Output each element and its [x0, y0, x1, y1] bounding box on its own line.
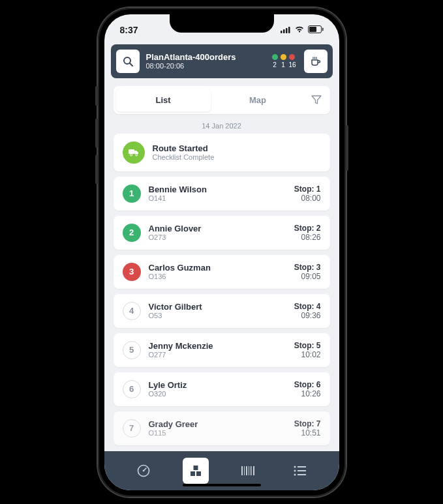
stop-time: 09:05: [294, 272, 321, 281]
stop-name: Jenny Mckenzie: [149, 341, 286, 351]
stop-badge: 4: [123, 302, 141, 320]
dot-red: [289, 54, 295, 60]
svg-rect-22: [253, 466, 254, 475]
svg-rect-18: [244, 466, 245, 475]
svg-point-11: [135, 153, 137, 155]
home-indicator[interactable]: [183, 484, 261, 486]
svg-point-10: [130, 153, 132, 155]
truck-badge: [123, 141, 145, 164]
svg-rect-3: [288, 27, 290, 33]
count-green: 2: [272, 61, 278, 68]
svg-rect-9: [129, 149, 134, 154]
stop-time: 08:00: [294, 194, 321, 203]
search-button[interactable]: [116, 50, 140, 73]
svg-point-23: [294, 466, 296, 467]
filter-icon: [311, 95, 322, 105]
stop-name: Carlos Guzman: [149, 263, 286, 273]
stop-code: O136: [149, 273, 286, 280]
route-status-title: Route Started: [153, 143, 321, 153]
stop-card[interactable]: 5 Jenny Mckenzie O277 Stop: 5 10:02: [114, 333, 330, 367]
gauge-icon: [136, 464, 151, 478]
nav-menu[interactable]: [287, 458, 313, 484]
view-tabs: List Map: [114, 86, 330, 114]
dot-yellow: [281, 54, 286, 60]
nav-dashboard[interactable]: [130, 458, 157, 484]
stop-badge: 5: [123, 341, 141, 359]
stop-number: Stop: 1: [294, 185, 321, 194]
svg-point-27: [294, 473, 296, 475]
stop-badge: 2: [123, 224, 141, 242]
plan-title[interactable]: PlanAtlanta-400orders 08:00-20:06: [146, 52, 266, 70]
svg-rect-6: [309, 27, 316, 32]
search-icon: [123, 56, 133, 67]
notch: [170, 14, 274, 33]
stop-code: O141: [149, 194, 286, 202]
stop-name: Grady Greer: [149, 419, 286, 429]
barcode-icon: [241, 466, 255, 476]
stop-badge: 7: [123, 419, 141, 437]
stops-list: Route Started Checklist Complete 1 Benni…: [104, 134, 339, 451]
stop-time: 10:02: [294, 350, 321, 359]
boxes-icon: [189, 464, 202, 477]
svg-rect-0: [281, 31, 283, 33]
date-label: 14 Jan 2022: [104, 122, 339, 130]
stop-badge: 3: [123, 263, 141, 281]
stop-time: 10:26: [294, 389, 321, 398]
route-status-card[interactable]: Route Started Checklist Complete: [114, 134, 330, 171]
svg-rect-15: [191, 471, 195, 476]
stop-name: Victor Gilbert: [149, 302, 286, 312]
count-red: 16: [289, 61, 295, 68]
stop-number: Stop: 7: [294, 419, 321, 428]
stop-card[interactable]: 7 Grady Greer O115 Stop: 7 10:51: [114, 411, 330, 445]
stop-time: 08:26: [294, 233, 321, 242]
svg-rect-17: [241, 466, 243, 475]
stop-name: Annie Glover: [149, 224, 286, 233]
svg-rect-5: [322, 27, 324, 31]
wifi-icon: [294, 25, 305, 35]
stop-time: 09:36: [294, 311, 321, 320]
plan-name: PlanAtlanta-400orders: [146, 52, 266, 62]
svg-point-25: [294, 469, 296, 471]
stop-number: Stop: 3: [294, 263, 321, 272]
svg-rect-2: [286, 28, 288, 33]
stop-badge: 6: [123, 380, 141, 398]
stop-code: O115: [149, 429, 286, 437]
clock: 8:37: [120, 25, 138, 35]
stop-card[interactable]: 2 Annie Glover O273 Stop: 2 08:26: [114, 216, 330, 250]
stop-time: 10:51: [294, 428, 321, 437]
svg-rect-14: [193, 466, 198, 470]
stop-card[interactable]: 1 Bennie Wilson O141 Stop: 1 08:00: [114, 177, 330, 211]
route-status-sub: Checklist Complete: [153, 153, 321, 161]
battery-icon: [308, 25, 324, 35]
status-summary[interactable]: 2 1 16: [272, 54, 295, 68]
stop-number: Stop: 5: [294, 341, 321, 350]
signal-icon: [281, 25, 291, 35]
stop-name: Lyle Ortiz: [149, 380, 286, 390]
stop-card[interactable]: 3 Carlos Guzman O136 Stop: 3 09:05: [114, 255, 330, 289]
svg-rect-24: [298, 466, 306, 467]
stop-card[interactable]: 4 Victor Gilbert O53 Stop: 4 09:36: [114, 294, 330, 328]
truck-icon: [128, 148, 140, 157]
tab-map[interactable]: Map: [211, 89, 305, 111]
stop-code: O320: [149, 390, 286, 398]
nav-stops[interactable]: [183, 458, 209, 484]
svg-point-13: [142, 469, 144, 471]
filter-button[interactable]: [305, 95, 328, 105]
dot-green: [272, 54, 278, 60]
stop-badge: 1: [123, 185, 141, 203]
stop-number: Stop: 4: [294, 302, 321, 311]
stop-number: Stop: 6: [294, 380, 321, 389]
svg-rect-20: [249, 466, 249, 475]
tab-list[interactable]: List: [116, 89, 211, 111]
svg-rect-1: [283, 29, 285, 33]
stop-name: Bennie Wilson: [149, 185, 286, 194]
break-button[interactable]: [304, 50, 328, 73]
stop-card[interactable]: 6 Lyle Ortiz O320 Stop: 6 10:26: [114, 372, 330, 406]
svg-rect-26: [298, 470, 306, 471]
count-yellow: 1: [281, 61, 286, 68]
svg-rect-21: [251, 466, 252, 475]
svg-rect-19: [246, 466, 247, 475]
coffee-icon: [310, 55, 322, 67]
svg-rect-28: [298, 474, 306, 475]
nav-scan[interactable]: [235, 458, 261, 484]
